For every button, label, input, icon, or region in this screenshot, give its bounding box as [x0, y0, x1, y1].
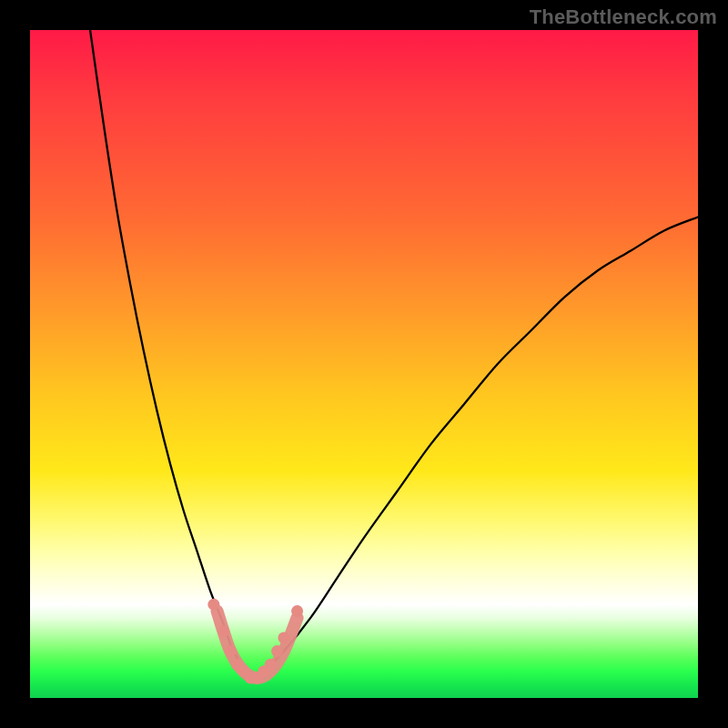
trough-dot — [265, 659, 277, 671]
plot-area — [30, 30, 698, 698]
trough-dot — [271, 645, 283, 657]
curve-left-branch — [90, 30, 250, 678]
trough-dot — [217, 625, 229, 637]
trough-highlight-stroke — [217, 612, 298, 678]
watermark-text: TheBottleneck.com — [530, 5, 717, 29]
trough-dot — [291, 605, 303, 617]
curve-right-branch — [250, 217, 698, 678]
trough-dot — [225, 645, 237, 657]
trough-dot — [207, 599, 219, 611]
chart-frame: TheBottleneck.com — [0, 0, 728, 728]
curve-layer — [30, 30, 698, 698]
trough-dot — [278, 632, 289, 643]
